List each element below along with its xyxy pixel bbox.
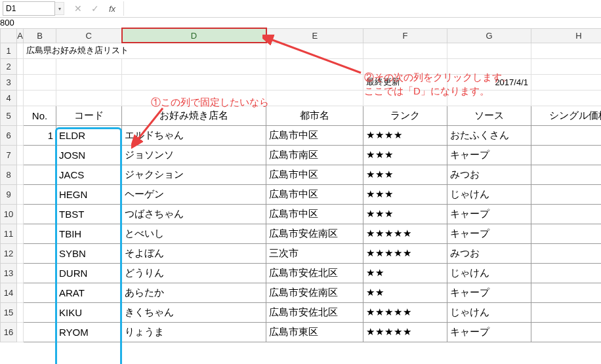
hdr-no[interactable]: No. (24, 106, 56, 125)
table-row: 16 RYOM りょうま 広島市東区 ★★★★★ キャープ 600 (1, 322, 602, 342)
select-all-corner[interactable] (1, 28, 17, 43)
sheet-title[interactable]: 広島県お好み焼き店リスト (24, 43, 266, 58)
row-header[interactable]: 11 (1, 224, 17, 243)
table-row: 7 JOSN ジョソンソ 広島市南区 ★★★ キャープ 600 (1, 145, 602, 165)
cancel-icon[interactable]: ✕ (70, 1, 87, 16)
hdr-code[interactable]: コード (56, 106, 122, 125)
row-header[interactable]: 13 (1, 263, 17, 283)
formula-input[interactable] (123, 1, 601, 16)
col-header-H[interactable]: H (531, 28, 602, 43)
row-header[interactable]: 10 (1, 204, 17, 224)
row-header[interactable]: 4 (1, 90, 17, 106)
table-row: 14 ARAT あらたか 広島市安佐南区 ★★ キャープ 700 (1, 283, 602, 302)
row-header[interactable]: 7 (1, 145, 17, 165)
last-update-label[interactable]: 最終更新 (363, 74, 447, 90)
hdr-sauce[interactable]: ソース (447, 106, 531, 125)
table-row: 15 KIKU きくちゃん 広島市安佐北区 ★★★★★ じゃけん 600 (1, 302, 602, 322)
row-header[interactable]: 2 (1, 58, 17, 74)
table-row: 11 TBIH とべいし 広島市安佐南区 ★★★★★ キャープ 600 (1, 224, 602, 243)
col-header-F[interactable]: F (363, 28, 447, 43)
row-header[interactable]: 15 (1, 302, 17, 322)
table-row: 6 1 ELDR エルドちゃん 広島市中区 ★★★★ おたふくさん 500 (1, 125, 602, 145)
col-header-B[interactable]: B (24, 28, 56, 43)
hdr-rank[interactable]: ランク (363, 106, 447, 125)
row-header[interactable]: 9 (1, 184, 17, 204)
last-update-value[interactable]: 2017/4/1 (447, 74, 531, 90)
name-box-value: D1 (6, 4, 16, 13)
hdr-city[interactable]: 都市名 (266, 106, 363, 125)
row-header[interactable]: 12 (1, 243, 17, 263)
table-row: 9 HEGN ヘーゲン 広島市中区 ★★★ じゃけん 550 (1, 184, 602, 204)
table-row: 10 TBST つばさちゃん 広島市中区 ★★★ キャープ 650 (1, 204, 602, 224)
col-header-A[interactable]: A (17, 28, 24, 43)
row-header[interactable]: 6 (1, 125, 17, 145)
enter-icon[interactable]: ✓ (87, 1, 104, 16)
row-header[interactable]: 14 (1, 283, 17, 302)
col-header-D[interactable]: D (122, 28, 266, 43)
col-header-C[interactable]: C (56, 28, 122, 43)
name-box[interactable]: D1 (3, 1, 55, 16)
hdr-price[interactable]: シングル価格 (531, 106, 602, 125)
table-row: 12 SYBN そよぼん 三次市 ★★★★★ みつお (1, 243, 602, 263)
name-box-dropdown[interactable]: ▾ (55, 2, 64, 15)
row-header[interactable]: 3 (1, 74, 17, 90)
row-header[interactable]: 5 (1, 106, 17, 125)
hdr-shop[interactable]: お好み焼き店名 (122, 106, 266, 125)
row-header[interactable]: 8 (1, 165, 17, 184)
formula-bar: D1 ▾ ✕ ✓ fx (0, 0, 601, 18)
table-row: 8 JACS ジャクション 広島市中区 ★★★ みつお 700 (1, 165, 602, 184)
spreadsheet-grid[interactable]: A B C D E F G H 1 広島県お好み焼き店リスト 2 3 最終更新 … (0, 28, 601, 342)
table-row: 13 DURN どうりん 広島市安佐北区 ★★ じゃけん 750 (1, 263, 602, 283)
col-header-E[interactable]: E (266, 28, 363, 43)
row-header[interactable]: 1 (1, 43, 17, 58)
fx-icon[interactable]: fx (104, 1, 121, 16)
row-header[interactable]: 16 (1, 322, 17, 342)
col-header-G[interactable]: G (447, 28, 531, 43)
